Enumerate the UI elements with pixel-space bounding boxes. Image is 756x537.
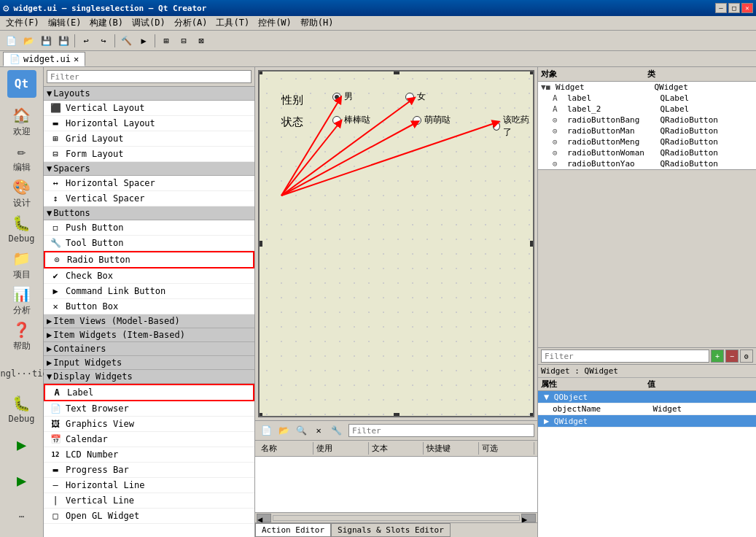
widget-form-layout[interactable]: ⊟ Form Layout [44,147,254,162]
widget-graphics-view[interactable]: 🖼 Graphics View [44,417,254,432]
radio-meng[interactable]: 萌萌哒 [413,114,451,126]
sidebar-tool-debug[interactable]: 🐛 Debug [4,212,40,247]
toolbar-build[interactable]: 🔨 [118,33,134,49]
handle-tc[interactable] [394,70,400,74]
sidebar-tool-edit[interactable]: ✏ 编辑 [4,141,40,175]
widget-label[interactable]: A Label [44,384,254,401]
widget-vertical-layout[interactable]: ⬛ Vertical Layout [44,101,254,116]
tree-label2[interactable]: A label_2 QLabel [550,104,756,115]
tree-radiowoman[interactable]: ⊙ radioButtonWoman QRadioButton [550,147,756,158]
widget-calendar[interactable]: 📅 Calendar [44,432,254,447]
scroll-left[interactable]: ◀ [257,514,271,522]
widget-lcd-number[interactable]: 12 LCD Number [44,447,254,463]
menu-build[interactable]: 构建(B) [85,15,128,31]
sidebar-tool-more[interactable]: ⋯ [4,500,40,534]
toolbar-save-all[interactable]: 💾 [55,33,71,49]
props-remove-btn[interactable]: − [725,349,739,363]
menu-debug[interactable]: 调试(D) [128,15,170,31]
handle-tl[interactable] [258,70,262,74]
handle-mr[interactable] [530,241,534,247]
menu-file[interactable]: 文件(F) [1,15,44,31]
sidebar-tool-debug2[interactable]: 🐛 Debug [4,393,40,427]
maximize-button[interactable]: □ [728,3,740,13]
scroll-track[interactable] [273,515,520,521]
widget-check-box[interactable]: ✔ Check Box [44,268,254,284]
widget-vert-line[interactable]: | Vertical Line [44,493,254,509]
tab-signals-slots[interactable]: Signals & Slots Editor [331,523,451,537]
widget-command-link[interactable]: ▶ Command Link Button [44,284,254,299]
category-containers[interactable]: ▶ Containers [44,342,254,356]
widget-horiz-line[interactable]: — Horizontal Line [44,478,254,493]
toolbar-layout1[interactable]: ⊞ [158,33,174,49]
toolbar-redo[interactable]: ↪ [96,33,112,49]
widget-button-box[interactable]: ✕ Button Box [44,299,254,314]
tree-radiobang[interactable]: ⊙ radioButtonBang QRadioButton [550,115,756,125]
tab-action-editor[interactable]: Action Editor [255,523,331,537]
widget-horiz-spacer[interactable]: ↔ Horizontal Spacer [44,176,254,191]
close-button[interactable]: ✕ [741,3,753,13]
sidebar-tool-run2[interactable]: ▶ [4,464,40,498]
horiz-scrollbar[interactable]: ◀ ▶ [255,512,537,522]
widget-tool-button[interactable]: 🔧 Tool Button [44,236,254,251]
menu-analyze[interactable]: 分析(A) [170,15,212,31]
toolbar-layout3[interactable]: ⊠ [193,33,209,49]
tab-close[interactable]: ✕ [74,54,79,64]
sidebar-tool-design[interactable]: 🎨 设计 [4,177,40,211]
minimize-button[interactable]: — [715,3,727,13]
radio-man[interactable]: 男 [332,90,353,103]
sidebar-tool-analyze[interactable]: 📊 分析 [4,284,40,318]
toolbar-layout2[interactable]: ⊟ [176,33,192,49]
scroll-right[interactable]: ▶ [521,514,536,522]
toolbar-undo[interactable]: ↩ [78,33,94,49]
category-layouts[interactable]: ▼ Layouts [44,87,254,101]
widget-push-button[interactable]: ◻ Push Button [44,220,254,236]
widget-horizontal-layout[interactable]: ▬ Horizontal Layout [44,116,254,131]
category-item-widgets[interactable]: ▶ Item Widgets (Item-Based) [44,328,254,342]
sidebar-tool-help[interactable]: ❓ 帮助 [4,320,40,354]
tree-label[interactable]: A label QLabel [550,93,756,104]
action-btn5[interactable]: 🔧 [328,422,344,439]
category-input-widgets[interactable]: ▶ Input Widgets [44,356,254,370]
widget-grid-layout[interactable]: ⊞ Grid Layout [44,131,254,147]
props-objectname-val[interactable]: Widget [653,404,754,414]
action-btn3[interactable]: 🔍 [293,422,309,439]
handle-ml[interactable] [258,241,262,247]
action-btn1[interactable]: 📄 [258,422,274,439]
radio-woman[interactable]: 女 [405,90,426,103]
action-btn4[interactable]: ✕ [311,422,327,439]
design-canvas[interactable]: 性别 状态 男 女 棒棒哒 萌萌哒 [258,70,534,417]
widget-radio-button[interactable]: ⊙ Radio Button [44,251,254,268]
props-qwidget-expand[interactable]: ▶ [544,416,549,426]
category-item-views[interactable]: ▶ Item Views (Model-Based) [44,314,254,328]
toolbar-run[interactable]: ▶ [136,33,152,49]
sidebar-tool-singlesel[interactable]: singl···tion [4,357,40,391]
handle-bl[interactable] [258,413,262,417]
action-btn2[interactable]: 📂 [276,422,292,439]
handle-tr[interactable] [530,70,534,74]
sidebar-tool-run[interactable]: ▶ [4,428,40,463]
toolbar-new[interactable]: 📄 [3,33,19,49]
props-qobject-expand[interactable]: ▼ [544,392,549,402]
radio-bang[interactable]: 棒棒哒 [332,114,370,126]
category-display-widgets[interactable]: ▼ Display Widgets [44,370,254,384]
tree-radioman[interactable]: ⊙ radioButtonMan QRadioButton [550,125,756,136]
props-add-btn[interactable]: + [711,349,724,363]
widget-filter-input[interactable] [47,70,252,83]
menu-edit[interactable]: 编辑(E) [44,15,86,31]
menu-help[interactable]: 帮助(H) [296,15,338,31]
menu-widgets[interactable]: 控件(W) [254,15,296,31]
tree-radioyao[interactable]: ⊙ radioButtonYao QRadioButton [550,158,756,169]
toolbar-open[interactable]: 📂 [20,33,36,49]
tree-widget[interactable]: ▼◼ Widget QWidget [538,82,756,93]
props-filter-input[interactable] [541,349,709,363]
handle-bc[interactable] [394,413,400,417]
widget-text-browser[interactable]: 📄 Text Browser [44,401,254,417]
sidebar-tool-project[interactable]: 📁 项目 [4,248,40,282]
category-buttons[interactable]: ▼ Buttons [44,206,254,220]
widget-opengl[interactable]: □ Open GL Widget [44,509,254,524]
widget-progress-bar[interactable]: ▬ Progress Bar [44,463,254,478]
widget-vert-spacer[interactable]: ↕ Vertical Spacer [44,191,254,206]
menu-tools[interactable]: 工具(T) [211,15,254,31]
tree-radiomeng[interactable]: ⊙ radioButtonMeng QRadioButton [550,136,756,147]
action-filter-input[interactable] [348,424,534,437]
